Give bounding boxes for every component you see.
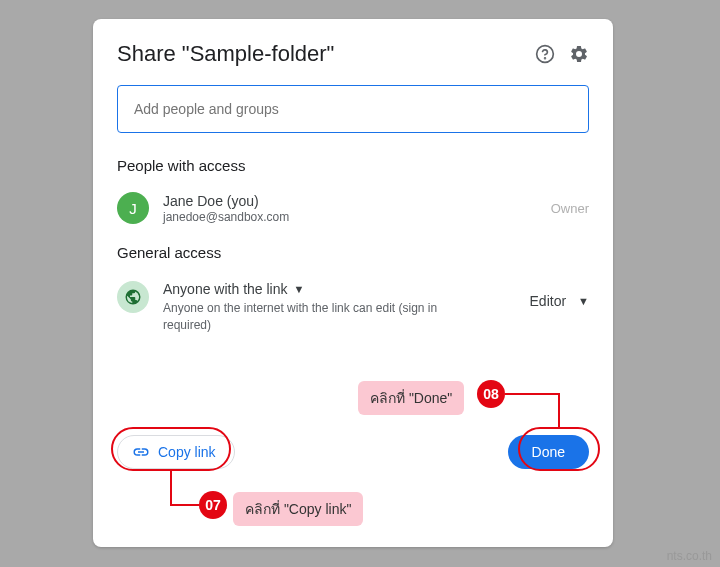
watermark: nts.co.th — [667, 549, 712, 563]
general-access-heading: General access — [117, 244, 589, 261]
done-button[interactable]: Done — [508, 435, 589, 469]
chevron-down-icon: ▼ — [578, 295, 589, 307]
link-icon — [132, 443, 150, 461]
access-description: Anyone on the internet with the link can… — [163, 300, 443, 334]
role-dropdown-label: Editor — [530, 293, 567, 309]
role-dropdown[interactable]: Editor ▼ — [530, 281, 589, 309]
help-icon[interactable] — [535, 44, 555, 64]
person-email: janedoe@sandbox.com — [163, 210, 537, 224]
add-people-input-container[interactable] — [117, 85, 589, 133]
copy-link-button[interactable]: Copy link — [117, 435, 235, 469]
access-scope-dropdown[interactable]: Anyone with the link ▼ — [163, 281, 516, 297]
settings-icon[interactable] — [569, 44, 589, 64]
access-info: Anyone with the link ▼ Anyone on the int… — [163, 281, 516, 334]
header-actions — [535, 44, 589, 64]
access-scope-label: Anyone with the link — [163, 281, 288, 297]
dialog-title: Share "Sample-folder" — [117, 41, 334, 67]
copy-link-label: Copy link — [158, 444, 216, 460]
globe-icon — [117, 281, 149, 313]
general-access-row: Anyone with the link ▼ Anyone on the int… — [117, 273, 589, 338]
chevron-down-icon: ▼ — [294, 283, 305, 295]
person-name: Jane Doe (you) — [163, 193, 537, 209]
person-role: Owner — [551, 201, 589, 216]
dialog-footer: Copy link Done — [117, 435, 589, 469]
svg-point-1 — [545, 58, 546, 59]
dialog-header: Share "Sample-folder" — [117, 41, 589, 67]
share-dialog: Share "Sample-folder" People with access… — [93, 19, 613, 547]
add-people-input[interactable] — [134, 101, 572, 117]
avatar: J — [117, 192, 149, 224]
person-row: J Jane Doe (you) janedoe@sandbox.com Own… — [117, 186, 589, 244]
person-info: Jane Doe (you) janedoe@sandbox.com — [163, 193, 537, 224]
people-with-access-heading: People with access — [117, 157, 589, 174]
